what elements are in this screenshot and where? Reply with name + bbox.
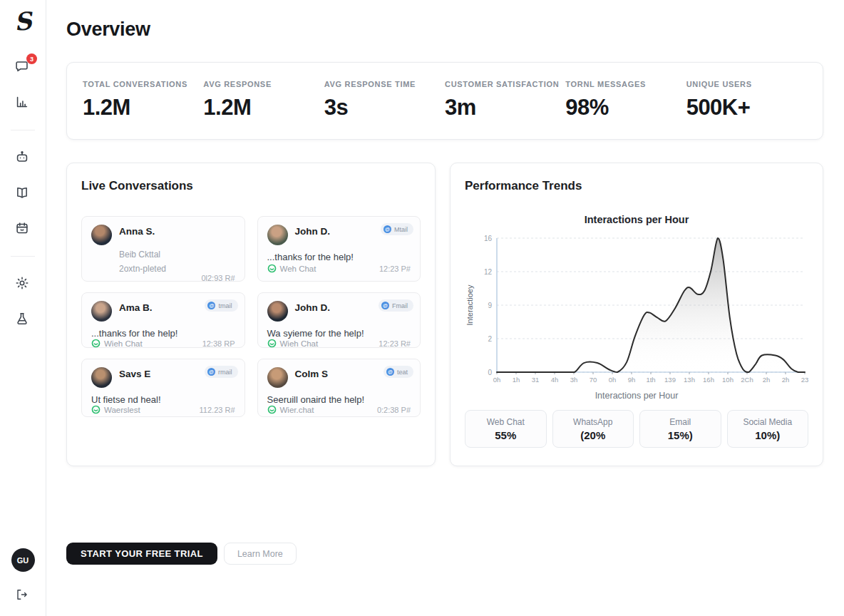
stat-avg-response: AVG RESPONSE 1.2M (203, 80, 324, 120)
svg-text:2h: 2h (763, 376, 771, 384)
svg-text:2h: 2h (782, 376, 790, 384)
svg-text:16: 16 (484, 235, 493, 242)
message-preview: Seeruill onaird the help! (267, 394, 411, 405)
sidebar-item-analytics[interactable] (14, 94, 31, 111)
stat-unique-users: UNIQUE USERS 500K+ (686, 80, 807, 120)
bar-chart-icon (14, 94, 30, 110)
stat-label: TOTAL CONVERSATIONS (83, 80, 203, 88)
learn-more-button[interactable]: Learn More (224, 543, 297, 565)
contact-name: Savs E (119, 367, 150, 379)
logout-icon (14, 587, 29, 602)
conversation-card[interactable]: @ teat Colm S Seeruill onaird the help! … (257, 359, 421, 417)
logout-button[interactable] (14, 587, 31, 605)
channel-stat-value: 15%) (642, 429, 719, 441)
stat-value: 98% (565, 95, 686, 120)
stat-total-messages: TORNL MESSAGES 98% (565, 80, 686, 120)
notification-badge: 3 (26, 53, 37, 64)
area-chart: 02912160h1h314h3h700h9h1th13913h16h10h2C… (465, 230, 810, 388)
user-avatar[interactable]: GU (11, 548, 35, 572)
conversation-card[interactable]: @ Fmail John D. Wa syieme for the help! … (257, 292, 421, 348)
channel-stat-value: 10%) (729, 429, 807, 441)
svg-text:2Ch: 2Ch (741, 376, 753, 384)
flask-icon (14, 311, 30, 327)
badge-label: teat (397, 369, 408, 376)
message-preview: ...thanks for the help! (267, 252, 411, 262)
email-icon: @ (381, 302, 389, 309)
conversation-cards: Anna S. Beib Ckttal 2oxtn-pleted 0l2:93 … (81, 216, 421, 417)
conversation-line: Beib Ckttal (119, 250, 235, 260)
svg-text:1h: 1h (513, 376, 520, 384)
sidebar-item-knowledge[interactable] (14, 185, 31, 202)
svg-text:0h: 0h (609, 376, 617, 384)
stat-customer-satisfaction: CUSTOMER SATISFACTION 3m (445, 80, 565, 120)
channel-stat-value: 55% (467, 429, 545, 441)
stat-label: AVG RESPONSE (203, 80, 324, 88)
app-logo[interactable]: S (13, 6, 34, 36)
contact-name: Colm S (295, 367, 329, 379)
conversation-card[interactable]: Anna S. Beib Ckttal 2oxtn-pleted 0l2:93 … (81, 216, 245, 282)
chart-title: Interactions per Hour (465, 214, 808, 225)
message-preview: ...thanks for the help! (91, 328, 235, 339)
stat-label: CUSTOMER SATISFACTION (445, 80, 565, 88)
svg-text:3h: 3h (570, 376, 578, 384)
performance-trends-panel: Performance Trends Interactions per Hour… (450, 163, 823, 466)
email-icon: @ (386, 368, 394, 376)
conversation-card[interactable]: @ rmail Savs E Ut fietse nd heal! Waersl… (81, 359, 245, 417)
bot-icon (14, 149, 30, 165)
main-content: Overview TOTAL CONVERSATIONS 1.2M AVG RE… (46, 0, 844, 616)
timestamp: 0:2:38 P# (377, 406, 411, 414)
calendar-icon (14, 220, 30, 236)
svg-text:23: 23 (801, 376, 809, 384)
svg-text:0: 0 (488, 369, 492, 376)
avatar (91, 225, 112, 245)
sidebar-bottom: GU (11, 548, 35, 605)
avatar (267, 225, 288, 245)
channel-stats: Web Chat 55% WhatsApp (20% Email 15%) So… (465, 410, 808, 448)
avatar (267, 367, 288, 388)
sidebar-nav: 3 (11, 58, 35, 328)
avatar (91, 301, 112, 322)
sidebar-item-conversations[interactable]: 3 (14, 58, 31, 76)
timestamp: 112.23 R# (200, 406, 235, 414)
sidebar: S 3 (0, 0, 46, 616)
badge-label: Mtail (394, 226, 408, 233)
start-free-trial-button[interactable]: START YOUR FREE TRIAL (66, 543, 217, 565)
sidebar-item-schedule[interactable] (14, 220, 31, 237)
channel-stat-value: (20% (555, 429, 632, 441)
channel-stat-whatsapp: WhatsApp (20% (552, 410, 634, 448)
web-chat-icon (267, 405, 277, 414)
web-chat-icon (267, 339, 277, 348)
conversation-card[interactable]: @ Mtail John D. ...thanks for the help! … (257, 216, 421, 282)
sidebar-item-bot[interactable] (14, 149, 31, 166)
channel-badge: @ teat (384, 366, 413, 378)
svg-text:9: 9 (488, 302, 492, 309)
channel-label: Wieh Chat (91, 339, 143, 348)
stat-label: UNIQUE USERS (686, 80, 807, 88)
sidebar-item-lab[interactable] (14, 311, 31, 328)
channel-stat-web-chat: Web Chat 55% (465, 410, 547, 448)
svg-text:12: 12 (484, 268, 493, 276)
svg-text:0h: 0h (493, 376, 501, 384)
conversation-card[interactable]: @ tmail Ama B. ...thanks for the help! W… (81, 292, 245, 348)
timestamp: 12:23 R# (379, 339, 411, 348)
message-preview: Ut fietse nd heal! (91, 394, 235, 405)
page-title: Overview (66, 19, 823, 41)
web-chat-icon (91, 405, 101, 414)
sidebar-item-settings[interactable] (14, 275, 31, 292)
sidebar-divider (11, 256, 35, 257)
panel-title: Live Conversations (81, 179, 421, 193)
channel-stat-label: Email (642, 417, 719, 427)
email-icon: @ (207, 302, 215, 309)
channel-badge: @ tmail (205, 299, 237, 312)
svg-text:13h: 13h (684, 376, 695, 384)
badge-label: rmail (218, 369, 232, 376)
sidebar-divider (11, 130, 35, 130)
stats-bar: TOTAL CONVERSATIONS 1.2M AVG RESPONSE 1.… (66, 62, 823, 140)
channel-stat-label: WhatsApp (555, 417, 632, 427)
conversation-line: 2oxtn-pleted (119, 264, 235, 274)
timestamp: 12:23 P# (379, 265, 411, 273)
channel-label: Wieh Chat (267, 339, 319, 348)
badge-label: Fmail (392, 302, 408, 309)
svg-text:2: 2 (488, 335, 492, 343)
channel-badge: @ Mtail (381, 223, 413, 235)
